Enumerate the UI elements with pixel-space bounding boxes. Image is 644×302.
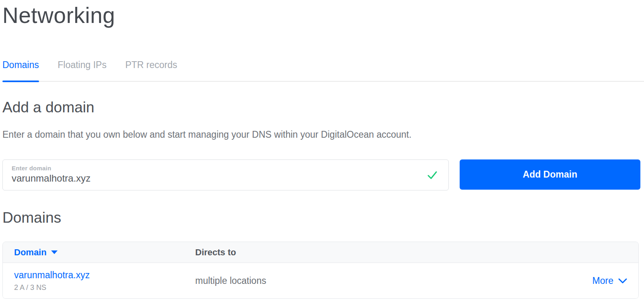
add-domain-button[interactable]: Add Domain bbox=[460, 159, 640, 190]
column-header-directs-to: Directs to bbox=[195, 247, 627, 258]
domain-input-label: Enter domain bbox=[12, 165, 424, 172]
page-title: Networking bbox=[2, 2, 644, 29]
domains-list-heading: Domains bbox=[2, 209, 644, 227]
add-domain-description: Enter a domain that you own below and st… bbox=[2, 128, 644, 141]
domain-link[interactable]: varunmalhotra.xyz bbox=[14, 270, 195, 281]
record-summary: 2 A / 3 NS bbox=[14, 283, 195, 292]
check-icon bbox=[427, 170, 438, 181]
domains-table-header: Domain Directs to bbox=[3, 242, 638, 263]
column-header-domain-label: Domain bbox=[14, 247, 47, 258]
domains-table: Domain Directs to varunmalhotra.xyz 2 A … bbox=[2, 242, 639, 299]
domain-cell: varunmalhotra.xyz 2 A / 3 NS bbox=[14, 270, 195, 292]
domain-input-field[interactable]: Enter domain bbox=[2, 159, 449, 190]
column-header-domain: Domain bbox=[14, 247, 195, 258]
table-row: varunmalhotra.xyz 2 A / 3 NS multiple lo… bbox=[3, 263, 638, 298]
directs-to-cell: multiple locations bbox=[195, 275, 592, 286]
networking-tabs: Domains Floating IPs PTR records bbox=[2, 59, 644, 82]
add-domain-heading: Add a domain bbox=[2, 99, 644, 116]
tab-domains[interactable]: Domains bbox=[2, 59, 39, 81]
tab-floating-ips[interactable]: Floating IPs bbox=[58, 59, 106, 81]
caret-down-icon bbox=[51, 250, 58, 254]
tab-ptr-records[interactable]: PTR records bbox=[125, 59, 177, 81]
domain-input[interactable] bbox=[12, 173, 424, 184]
more-button-label: More bbox=[592, 275, 613, 286]
actions-cell: More bbox=[592, 275, 627, 286]
add-domain-form: Enter domain Add Domain bbox=[2, 159, 644, 190]
sort-by-domain[interactable]: Domain bbox=[14, 247, 58, 258]
chevron-down-icon bbox=[618, 278, 627, 283]
networking-page: Networking Domains Floating IPs PTR reco… bbox=[0, 0, 644, 299]
more-button[interactable]: More bbox=[592, 275, 627, 286]
